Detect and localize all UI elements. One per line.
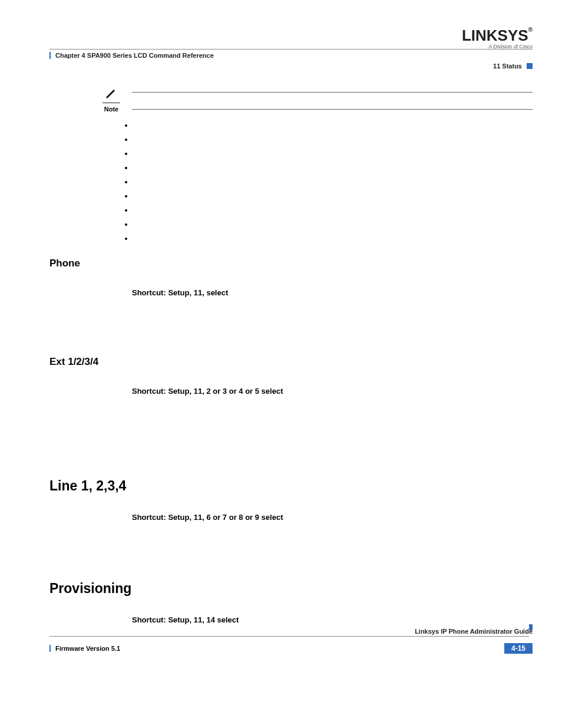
page-tick-icon [529, 624, 533, 630]
heading-provisioning: Provisioning [49, 581, 533, 597]
heading-ext: Ext 1/2/3/4 [49, 356, 533, 368]
list-item [133, 149, 533, 157]
list-item [133, 206, 533, 214]
list-item [133, 220, 533, 228]
shortcut-line: Shortcut: Setup, 11, 6 or 7 or 8 or 9 se… [132, 513, 533, 522]
brand-registered: ® [528, 27, 533, 33]
note-top-rule [132, 92, 533, 93]
note-block: Note [98, 86, 533, 113]
list-item [133, 234, 533, 242]
heading-phone: Phone [49, 258, 533, 269]
brand-name: LINKSYS® [462, 27, 533, 45]
note-bottom-rule [132, 109, 533, 110]
bullet-list [133, 121, 533, 242]
note-label: Note [98, 106, 125, 113]
shortcut-ext: Shortcut: Setup, 11, 2 or 3 or 4 or 5 se… [132, 387, 533, 396]
footer-guide-title: Linksys IP Phone Administrator Guide [49, 628, 533, 635]
chapter-header: Chapter 4 SPA900 Series LCD Command Refe… [49, 49, 533, 59]
page-footer: Linksys IP Phone Administrator Guide Fir… [49, 628, 533, 654]
firmware-version: Firmware Version 5.1 [49, 645, 120, 652]
heading-line: Line 1, 2,3,4 [49, 478, 533, 494]
shortcut-phone: Shortcut: Setup, 11, select [132, 288, 533, 297]
pen-icon [105, 86, 118, 101]
list-item [133, 177, 533, 186]
list-item [133, 135, 533, 143]
status-label: 11 Status [493, 62, 522, 70]
brand-logo: LINKSYS® A Division of Cisco [462, 27, 533, 50]
status-row: 11 Status [49, 62, 533, 70]
page-number: 4-15 [504, 643, 533, 654]
shortcut-provisioning: Shortcut: Setup, 11, 14 select [132, 615, 533, 624]
list-item [133, 163, 533, 172]
list-item [133, 121, 533, 129]
chapter-title: Chapter 4 SPA900 Series LCD Command Refe… [49, 52, 214, 59]
status-box-icon [527, 63, 533, 69]
brand-text: LINKSYS [462, 27, 528, 44]
list-item [133, 192, 533, 200]
